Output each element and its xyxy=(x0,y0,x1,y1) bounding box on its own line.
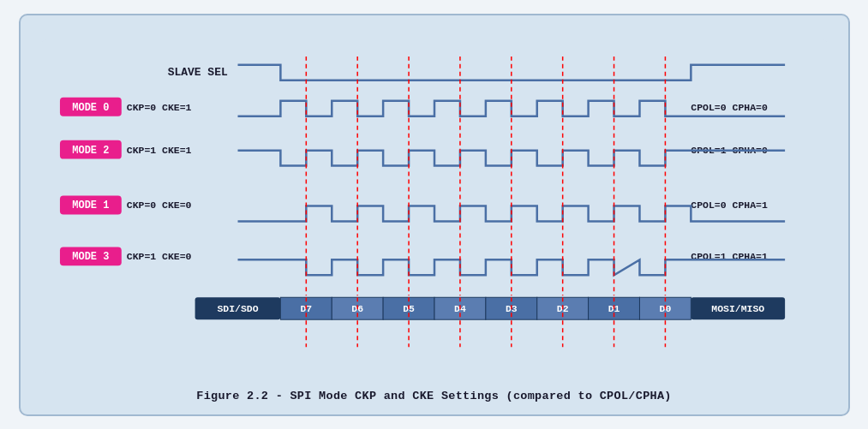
mode1-cpol: CPOL=0 CPHA=1 xyxy=(691,200,768,211)
mosimiso-label: MOSI/MISO xyxy=(711,303,764,314)
sdisdo-label: SDI/SDO xyxy=(217,303,258,314)
mode3-label: MODE 3 xyxy=(72,251,109,263)
figure-caption: Figure 2.2 - SPI Mode CKP and CKE Settin… xyxy=(41,390,828,402)
waveform-area: SLAVE SEL MODE 0 CKP=0 CKE=1 CPOL=0 CPHA… xyxy=(41,31,828,381)
slave-sel-label: SLAVE SEL xyxy=(167,65,227,78)
mode2-ckp: CKP=1 CKE=1 xyxy=(126,144,191,155)
mode2-label: MODE 2 xyxy=(72,144,109,156)
mode3-ckp: CKP=1 CKE=0 xyxy=(126,251,191,262)
outer-container: SLAVE SEL MODE 0 CKP=0 CKE=1 CPOL=0 CPHA… xyxy=(19,14,850,416)
mode1-label: MODE 1 xyxy=(72,200,109,212)
mode1-ckp: CKP=0 CKE=0 xyxy=(126,200,191,211)
mode0-label: MODE 0 xyxy=(72,101,109,113)
mode0-cpol: CPOL=0 CPHA=0 xyxy=(691,101,768,112)
diagram-svg: SLAVE SEL MODE 0 CKP=0 CKE=1 CPOL=0 CPHA… xyxy=(41,31,828,381)
mode0-ckp: CKP=0 CKE=1 xyxy=(126,101,191,112)
